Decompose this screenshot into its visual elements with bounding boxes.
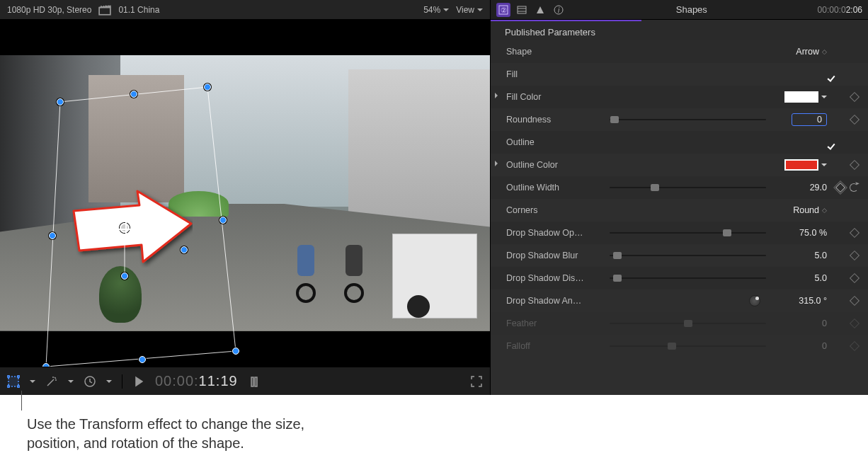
retime-tool-button[interactable] xyxy=(84,375,96,388)
roundness-value-field[interactable]: 0 xyxy=(792,113,827,126)
reset-button[interactable] xyxy=(850,183,858,192)
inspector-timecode: 00:00:02:06 xyxy=(818,5,862,15)
viewer-canvas[interactable] xyxy=(0,19,490,367)
fullscreen-button[interactable] xyxy=(470,375,483,388)
annotation-caption: Use the Transform effect to change the s… xyxy=(0,395,425,453)
ds-distance-slider[interactable] xyxy=(610,273,766,283)
param-outline: Outline xyxy=(491,131,868,154)
param-fill: Fill xyxy=(491,63,868,86)
corners-popup[interactable]: Round ◇ xyxy=(793,205,827,215)
enhance-tool-button[interactable] xyxy=(45,375,58,388)
param-corners: Corners Round ◇ xyxy=(491,199,868,222)
transform-handle[interactable] xyxy=(219,217,227,224)
keyframe-button[interactable] xyxy=(835,183,845,193)
disclosure-triangle[interactable] xyxy=(492,161,501,169)
keyframe-button[interactable] xyxy=(850,251,860,260)
svg-rect-6 xyxy=(8,377,18,386)
fill-color-menu[interactable] xyxy=(821,92,827,102)
svg-point-10 xyxy=(18,385,20,387)
inspector-tab-color[interactable] xyxy=(533,3,547,17)
transform-handle[interactable] xyxy=(204,84,211,91)
clip-name: 01.1 China xyxy=(118,5,159,15)
rotation-handle[interactable] xyxy=(121,272,128,280)
keyframe-button[interactable] xyxy=(850,115,860,125)
transform-tool-button[interactable] xyxy=(7,375,20,388)
param-drop-shadow-opacity: Drop Shadow Op… 75.0 % xyxy=(491,222,868,244)
param-drop-shadow-angle: Drop Shadow An… 315.0 ° xyxy=(491,289,868,312)
keyframe-button[interactable] xyxy=(850,160,860,170)
outline-color-menu[interactable] xyxy=(821,160,827,170)
ds-opacity-slider[interactable] xyxy=(610,228,766,238)
transform-bounding-box[interactable] xyxy=(0,55,490,367)
zoom-dropdown[interactable]: 54% xyxy=(423,5,449,15)
svg-text:i: i xyxy=(558,6,560,14)
outline-width-value[interactable]: 29.0 xyxy=(766,183,831,193)
transport-bar: 00:00:11:19 xyxy=(0,367,490,395)
param-drop-shadow-distance: Drop Shadow Dis… 5.0 xyxy=(491,267,868,289)
ds-blur-value[interactable]: 5.0 xyxy=(766,251,831,260)
enhance-tool-menu[interactable] xyxy=(68,376,74,386)
param-feather: Feather 0 xyxy=(491,312,868,335)
transform-handle[interactable] xyxy=(130,91,137,98)
view-dropdown[interactable]: View xyxy=(456,5,483,15)
param-outline-color: Outline Color xyxy=(491,154,868,176)
keyframe-button[interactable] xyxy=(850,228,860,238)
param-falloff: Falloff 0 xyxy=(491,335,868,357)
inspector-panel: ② i Shapes 00:00:02:06 Published Paramet… xyxy=(491,0,868,395)
svg-rect-16 xyxy=(518,6,526,13)
keyframe-button[interactable] xyxy=(850,273,860,283)
param-outline-width: Outline Width 29.0 xyxy=(491,176,868,199)
transform-handle[interactable] xyxy=(57,98,64,105)
clip-format: 1080p HD 30p, Stereo xyxy=(7,5,91,15)
keyframe-button[interactable] xyxy=(850,296,860,306)
ds-blur-slider[interactable] xyxy=(610,251,766,260)
viewer-topbar: 1080p HD 30p, Stereo 01.1 China 54% View xyxy=(0,0,490,19)
transform-handle[interactable] xyxy=(232,348,239,355)
disclosure-triangle[interactable] xyxy=(492,93,501,101)
svg-rect-12 xyxy=(251,377,253,386)
ds-distance-value[interactable]: 5.0 xyxy=(766,273,831,283)
transform-handle[interactable] xyxy=(139,356,146,363)
inspector-tab-generator[interactable]: ② xyxy=(496,3,510,17)
ds-angle-value[interactable]: 315.0 ° xyxy=(766,296,831,306)
svg-rect-0 xyxy=(100,7,111,14)
retime-tool-menu[interactable] xyxy=(106,376,112,386)
published-parameters-header: Published Parameters xyxy=(491,21,868,40)
svg-point-9 xyxy=(8,385,10,387)
ds-angle-dial[interactable] xyxy=(749,295,760,306)
svg-point-8 xyxy=(18,375,20,377)
shape-popup[interactable]: Arrow ◇ xyxy=(796,47,827,57)
svg-rect-13 xyxy=(255,377,257,386)
svg-text:②: ② xyxy=(501,6,507,14)
outline-color-swatch[interactable] xyxy=(784,159,818,171)
fill-color-swatch[interactable] xyxy=(784,91,818,103)
play-button[interactable] xyxy=(132,375,145,388)
param-drop-shadow-blur: Drop Shadow Blur 5.0 xyxy=(491,244,868,267)
outline-width-slider[interactable] xyxy=(610,183,766,193)
inspector-tab-video[interactable] xyxy=(515,3,529,17)
transform-handle[interactable] xyxy=(181,246,188,253)
svg-point-7 xyxy=(8,375,10,377)
keyframe-button[interactable] xyxy=(850,92,860,102)
audio-meter-icon xyxy=(248,375,261,388)
transform-pivot[interactable] xyxy=(120,223,130,233)
transform-tool-menu[interactable] xyxy=(30,376,35,386)
ds-opacity-value[interactable]: 75.0 % xyxy=(766,228,831,238)
inspector-tab-info[interactable]: i xyxy=(552,3,566,17)
timecode-display[interactable]: 00:00:11:19 xyxy=(155,373,238,389)
transform-handle[interactable] xyxy=(49,232,56,239)
param-shape: Shape Arrow ◇ xyxy=(491,40,868,63)
inspector-title: Shapes xyxy=(570,4,813,15)
clapperboard-icon xyxy=(98,4,111,16)
roundness-slider[interactable] xyxy=(610,115,766,125)
param-fill-color: Fill Color xyxy=(491,86,868,108)
param-roundness: Roundness 0 xyxy=(491,108,868,131)
